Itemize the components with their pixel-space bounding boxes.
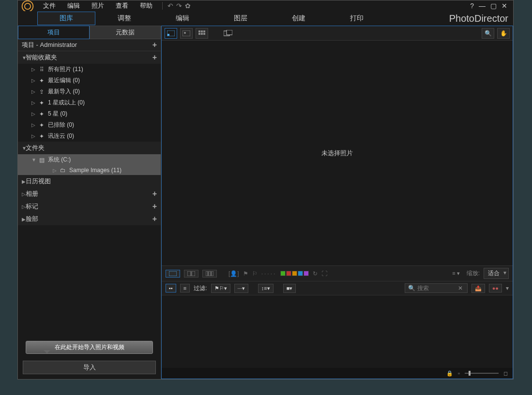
redo-icon[interactable]: ↷ [176,2,182,10]
flag-reject-icon[interactable]: ⚐ [252,270,258,277]
compare-split[interactable] [184,270,198,278]
smart-item-all-photos[interactable]: ▷⠿所有照片 (11) [18,64,161,75]
chevron-right-icon: ▷ [31,67,35,72]
chevron-right-icon: ▷ [31,133,35,139]
folder-icon: 🗀 [60,167,66,174]
add-tag-icon[interactable]: + [152,202,157,211]
thumb-size-small[interactable]: ▪▪ [166,284,176,293]
folder-sample-images[interactable]: ▷ 🗀 Sample Images (11) [18,165,161,175]
filter-label: 过滤: [194,284,207,293]
smart-item-5star[interactable]: ▷✦5 星 (0) [18,108,161,119]
tree-item-label: 所有照片 (11) [48,65,83,73]
search-icon: 🔍 [408,285,415,292]
sidebar-tab-project[interactable]: 项目 [18,26,90,39]
add-face-icon[interactable]: + [152,215,157,223]
section-albums[interactable]: ▷ 相册 + [18,188,161,200]
menu-file[interactable]: 文件 [38,0,61,11]
menu-photo[interactable]: 照片 [87,0,109,11]
export-icon[interactable]: 📤 [471,284,485,293]
view-mode-thumb-overlay[interactable] [165,28,177,39]
sort-menu[interactable]: ≡ ▾ [449,269,462,278]
star-icon: ✦ [38,100,45,106]
tab-library[interactable]: 图库 [37,12,95,25]
zoom-tool-icon[interactable]: 🔍 [482,28,494,39]
rating-stars[interactable]: ····· [261,270,277,277]
section-label: 脸部 [26,215,38,223]
tab-adjust[interactable]: 调整 [95,12,153,25]
smart-item-latest-import[interactable]: ▷⇪最新导入 (0) [18,86,161,97]
smart-item-recent-edit[interactable]: ▷✦最近编辑 (0) [18,75,161,86]
add-project-icon[interactable]: + [152,41,157,49]
folder-root[interactable]: ▼ ▤ 系统 (C:) [18,154,161,165]
tab-edit[interactable]: 编辑 [153,12,212,25]
settings-gear-icon[interactable]: ✿ [185,2,191,10]
thumb-size-list[interactable]: ≡ [180,284,190,293]
view-mode-single[interactable] [180,28,193,39]
thumbnail-size-slider[interactable] [465,373,499,374]
flag-pick-icon[interactable]: ⚑ [243,270,248,277]
svg-rect-17 [206,271,208,276]
filter-rating[interactable]: ···▾ [234,284,248,293]
menu-bar: 文件 编辑 照片 查看 帮助 ↶ ↷ ✿ [38,0,467,11]
sidebar: 项目 元数据 项目 - Administrator + ▼ 智能收藏夹 + ▷⠿… [18,26,161,379]
add-album-icon[interactable]: + [152,190,157,198]
crop-ext-icon[interactable]: ⛶ [321,270,327,277]
smart-item-cloud[interactable]: ▷✦讯连云 (0) [18,131,161,142]
tab-create[interactable]: 创建 [270,12,328,25]
filter-flag[interactable]: ⚑⚐▾ [211,284,230,293]
add-smart-icon[interactable]: + [152,53,157,62]
sidebar-body: ▼ 智能收藏夹 + ▷⠿所有照片 (11) ▷✦最近编辑 (0) ▷⇪最新导入 … [18,51,161,337]
svg-rect-9 [198,33,200,35]
undo-icon[interactable]: ↶ [167,2,173,10]
window-controls: ? — ▢ ✕ [467,2,510,10]
project-header-label: 项目 - Administrator [22,41,77,49]
clear-search-icon[interactable]: ✕ [458,285,463,292]
svg-rect-11 [203,33,205,35]
minimize-icon[interactable]: — [479,2,486,10]
smart-item-excluded[interactable]: ▷✦已排除 (0) [18,119,161,131]
menu-view[interactable]: 查看 [111,0,133,11]
tab-layers[interactable]: 图层 [212,12,270,25]
section-folders[interactable]: ▼ 文件夹 [18,142,161,154]
chevron-right-icon: ▶ [22,179,26,184]
svg-rect-14 [169,271,177,276]
svg-rect-7 [201,30,203,32]
section-smart-collections[interactable]: ▼ 智能收藏夹 + [18,51,161,64]
pan-hand-icon[interactable]: ✋ [497,28,510,39]
filter-sort-updown[interactable]: ↕≡▾ [258,284,274,293]
filter-color[interactable]: ■▾ [283,284,296,293]
secondary-display-icon[interactable] [222,28,234,39]
zoom-value: 适合 [488,270,500,277]
menu-edit[interactable]: 编辑 [62,0,85,11]
tab-print[interactable]: 打印 [328,12,386,25]
more-dropdown-icon[interactable]: ▾ [506,285,509,292]
color-labels[interactable] [280,271,309,276]
menu-help[interactable]: 帮助 [135,0,157,11]
sidebar-tabs: 项目 元数据 [18,26,161,39]
section-calendar[interactable]: ▶ 日历视图 [18,175,161,188]
view-mode-grid[interactable] [196,28,208,39]
close-icon[interactable]: ✕ [502,2,507,10]
smart-item-1star[interactable]: ▷✦1 星或以上 (0) [18,97,161,108]
section-faces[interactable]: ▶ 脸部 + [18,213,161,225]
zoom-select[interactable]: 适合▾ [484,268,509,279]
import-button[interactable]: 导入 [23,361,156,374]
compare-multi[interactable] [202,270,217,278]
project-header: 项目 - Administrator + [18,39,161,51]
rotate-icon[interactable]: ↻ [313,270,318,277]
section-tags[interactable]: ▷ 标记 + [18,200,161,213]
sidebar-tab-metadata[interactable]: 元数据 [90,26,161,39]
search-input[interactable] [417,285,456,292]
record-icon[interactable]: ●● [489,284,502,293]
search-box[interactable]: 🔍 ✕ [405,283,468,293]
compare-single[interactable] [166,270,180,278]
chevron-right-icon: ▷ [22,191,26,197]
star-icon: ✦ [38,77,45,84]
maximize-icon[interactable]: ▢ [490,2,497,10]
chevron-right-icon: ▶ [22,217,26,222]
chevron-right-icon: ▷ [53,168,57,173]
help-icon[interactable]: ? [470,2,474,10]
face-tag-icon[interactable]: [👤] [228,270,239,277]
tree-item-label: Sample Images (11) [69,167,122,174]
lock-icon[interactable]: 🔒 [446,370,453,377]
